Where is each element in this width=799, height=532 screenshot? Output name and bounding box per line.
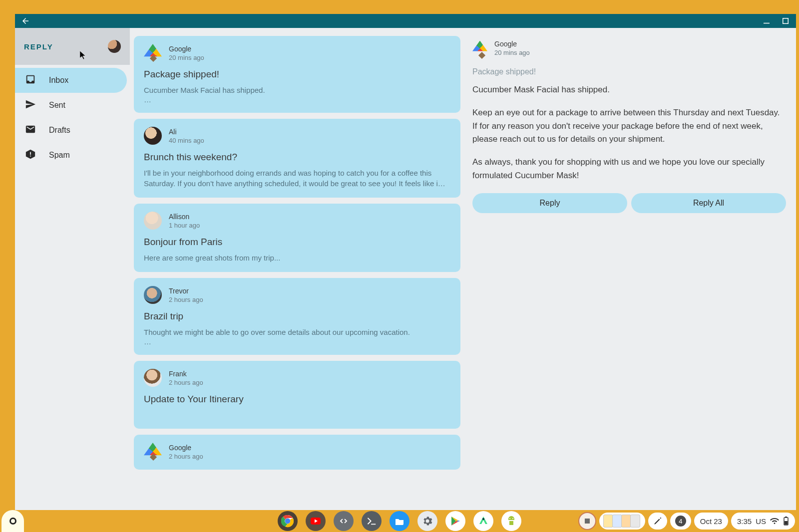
svg-rect-11 [785, 521, 788, 525]
nav-item-spam[interactable]: Spam [15, 143, 127, 168]
brand-row: REPLY [15, 28, 130, 65]
avatar-icon [144, 369, 162, 387]
wifi-icon [770, 517, 779, 526]
detail-subject: Package shipped! [472, 67, 786, 76]
detail-sender-time: 20 mins ago [494, 49, 530, 56]
email-preview: Here are some great shots from my trip..… [144, 253, 450, 263]
locale-text: US [756, 517, 766, 526]
sender-time: 20 mins ago [169, 54, 204, 61]
sender-name: Ali [169, 128, 204, 136]
svg-point-7 [509, 518, 510, 519]
status-tray[interactable]: 3:35 US [731, 513, 795, 530]
sidebar: REPLY Inbox Sent Drafts [15, 28, 130, 532]
avatar-icon [144, 212, 162, 230]
email-subject: Update to Your Itinerary [144, 394, 450, 405]
email-preview: Thought we might be able to go over some… [144, 327, 450, 337]
sender-name: Trevor [169, 287, 203, 295]
email-list: Google 20 mins ago Package shipped! Cucu… [130, 28, 465, 532]
email-subject: Brunch this weekend? [144, 152, 450, 163]
app-window: REPLY Inbox Sent Drafts [15, 14, 796, 532]
stylus-button[interactable] [648, 513, 667, 530]
shelf: 4 Oct 23 3:35 US [0, 510, 799, 532]
avatar-icon [144, 286, 162, 304]
notification-badge[interactable]: 4 [670, 513, 691, 530]
nav-item-drafts[interactable]: Drafts [15, 118, 127, 143]
files-icon[interactable] [390, 511, 409, 531]
android-studio-icon[interactable] [473, 511, 493, 531]
detail-body: Cucumber Mask Facial has shipped. Keep a… [472, 83, 786, 182]
battery-icon [783, 517, 789, 526]
detail-paragraph: Cucumber Mask Facial has shipped. [472, 83, 786, 96]
sender-name: Frank [169, 370, 203, 378]
date-pill[interactable]: Oct 23 [694, 513, 728, 530]
nav-label: Inbox [49, 76, 68, 85]
shelf-status: 4 Oct 23 3:35 US [578, 512, 795, 530]
svg-rect-10 [785, 517, 787, 518]
google-icon [144, 443, 162, 461]
detail-paragraph: As always, thank you for shopping with u… [472, 156, 786, 182]
svg-rect-1 [783, 18, 789, 24]
reply-all-button[interactable]: Reply All [631, 193, 786, 213]
email-card[interactable]: Frank 2 hours ago Update to Your Itinera… [134, 361, 460, 429]
drafts-icon [25, 124, 36, 137]
reply-button[interactable]: Reply [472, 193, 627, 213]
email-card[interactable]: Google 2 hours ago [134, 435, 460, 470]
launcher-button[interactable] [1, 510, 24, 532]
svg-point-3 [285, 519, 291, 524]
android-icon[interactable] [501, 511, 521, 531]
sender-name: Google [169, 444, 203, 452]
youtube-icon[interactable] [306, 511, 326, 531]
sender-time: 1 hour ago [169, 222, 200, 229]
shelf-apps [278, 511, 521, 531]
email-card[interactable]: Trevor 2 hours ago Brazil trip Thought w… [134, 278, 460, 355]
svg-point-6 [482, 518, 484, 520]
email-preview: I'll be in your neighborhood doing erran… [144, 168, 450, 189]
google-icon [144, 44, 162, 62]
inbox-icon [25, 74, 36, 87]
back-button[interactable] [21, 16, 30, 25]
nav-label: Spam [49, 151, 70, 160]
email-subject: Bonjour from Paris [144, 237, 450, 248]
profile-avatar[interactable] [108, 40, 121, 53]
cursor-icon [80, 51, 87, 60]
email-subject: Brazil trip [144, 311, 450, 322]
nav-label: Drafts [49, 126, 70, 135]
notification-count: 4 [675, 516, 686, 527]
nav-item-inbox[interactable]: Inbox [15, 68, 127, 93]
code-icon[interactable] [334, 511, 354, 531]
google-icon [472, 41, 487, 56]
svg-rect-0 [764, 23, 770, 24]
email-detail: Google 20 mins ago Package shipped! Cucu… [465, 28, 796, 532]
email-preview: Cucumber Mask Facial has shipped. [144, 85, 450, 95]
ellipsis: … [144, 337, 450, 346]
email-card[interactable]: Allison 1 hour ago Bonjour from Paris He… [134, 204, 460, 272]
record-icon[interactable] [578, 512, 596, 530]
chrome-icon[interactable] [278, 511, 298, 531]
avatar-icon [144, 127, 162, 145]
sender-name: Google [169, 45, 204, 53]
email-card[interactable]: Google 20 mins ago Package shipped! Cucu… [134, 36, 460, 113]
maximize-button[interactable] [781, 16, 790, 25]
email-card[interactable]: Ali 40 mins ago Brunch this weekend? I'l… [134, 119, 460, 198]
sender-time: 2 hours ago [169, 379, 203, 386]
detail-paragraph: Keep an eye out for a package to arrive … [472, 106, 786, 146]
titlebar [15, 14, 796, 28]
sender-time: 40 mins ago [169, 137, 204, 144]
nav-label: Sent [49, 101, 65, 110]
detail-sender-name: Google [494, 40, 530, 48]
nav: Inbox Sent Drafts Spam [15, 65, 130, 171]
settings-icon[interactable] [417, 511, 437, 531]
sender-time: 2 hours ago [169, 296, 203, 303]
svg-point-8 [512, 518, 513, 519]
send-icon [25, 99, 36, 112]
ellipsis: … [144, 95, 450, 104]
time-text: 3:35 [737, 517, 752, 526]
sender-time: 2 hours ago [169, 453, 203, 460]
nav-item-sent[interactable]: Sent [15, 93, 127, 118]
minimize-button[interactable] [762, 16, 771, 25]
play-store-icon[interactable] [445, 511, 465, 531]
app-brand: REPLY [24, 42, 53, 51]
overview-button[interactable] [599, 513, 645, 530]
sender-name: Allison [169, 213, 200, 221]
terminal-icon[interactable] [362, 511, 382, 531]
